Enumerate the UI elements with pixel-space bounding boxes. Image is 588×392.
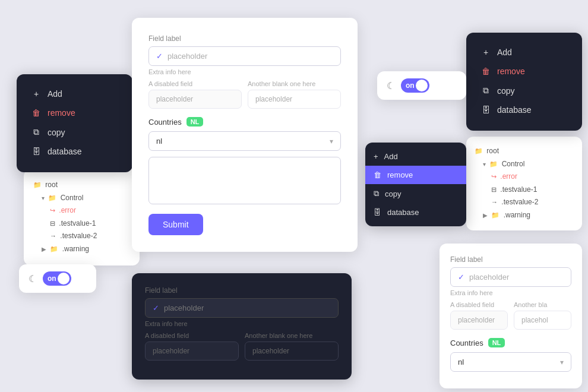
remove-menu-item[interactable]: 🗑 remove [26, 104, 123, 122]
bottom-right-text-input[interactable]: ✓ placeholder [450, 267, 571, 287]
blank-input[interactable]: placeholder [248, 90, 341, 109]
main-two-col: A disabled field placeholder Another bla… [148, 80, 341, 109]
dropdown-add-label: Add [384, 152, 398, 161]
add-menu-item[interactable]: + Add [26, 85, 123, 103]
bottom-right-blank-input[interactable]: placehol [514, 311, 571, 330]
toggle-switch-left[interactable]: on [43, 271, 71, 286]
bottom-dark-form: Field label ✓ placeholder Extra info her… [132, 273, 352, 380]
bottom-right-disabled-input[interactable]: placeholder [450, 311, 508, 330]
root-label: root [45, 181, 58, 189]
copy-menu-item[interactable]: ⧉ copy [26, 123, 123, 141]
main-extra-info: Extra info here [148, 68, 341, 75]
testvalue1-label: .testvalue-1 [59, 219, 96, 227]
folder-icon: 📁 [475, 147, 483, 154]
warning-item[interactable]: ▶ 📁 .warning [33, 243, 130, 256]
error-label: .error [59, 206, 76, 214]
control-label-right: Control [502, 160, 525, 168]
bottom-dark-disabled-input[interactable]: placeholder [145, 342, 239, 361]
control-item[interactable]: ▾ 📁 Control [33, 192, 130, 205]
main-input-placeholder: placeholder [167, 52, 207, 61]
warning-label-right: .warning [504, 211, 530, 219]
testvalue1-item[interactable]: ⊟ .testvalue-1 [33, 217, 130, 230]
dropdown-copy-label: copy [385, 189, 401, 198]
bottom-right-countries-row: Countries NL [450, 338, 571, 347]
dark-menu-right: + Add 🗑 remove ⧉ copy 🗄 database [466, 33, 582, 131]
remove-label: remove [48, 108, 75, 118]
expand-icon: ▾ [483, 161, 486, 167]
disabled-input[interactable]: placeholder [148, 90, 242, 109]
bottom-right-select-field[interactable]: nl ▾ [450, 352, 571, 372]
add-label-right: Add [497, 48, 512, 57]
bottom-right-blank-col: Another bla placehol [514, 301, 571, 330]
bottom-dark-text-input[interactable]: ✓ placeholder [145, 298, 339, 318]
dropdown-menu-dark: + Add 🗑 remove ⧉ copy 🗄 database [365, 143, 466, 226]
folder-icon: 📁 [50, 245, 58, 252]
database-label-right: database [497, 105, 532, 115]
textarea-field[interactable] [148, 157, 341, 204]
error-item-right[interactable]: ↪ .error [475, 170, 574, 184]
bottom-right-input-placeholder: placeholder [469, 273, 509, 282]
bottom-right-disabled-col: A disabled field placeholder [450, 301, 508, 330]
bottom-right-blank-label: Another bla [514, 301, 571, 308]
check-icon: ✓ [156, 52, 163, 61]
moon-icon-right: ☾ [387, 80, 395, 91]
toggle-knob-right [416, 80, 428, 91]
bottom-dark-blank-col: Another blank one here placeholder [245, 332, 339, 361]
bottom-dark-input-placeholder: placeholder [164, 304, 204, 312]
countries-row: Countries NL [148, 117, 341, 127]
error-label-right: .error [500, 172, 517, 181]
database-menu-item-right[interactable]: 🗄 database [476, 101, 573, 119]
dropdown-remove-item[interactable]: 🗑 remove [365, 166, 466, 184]
testvalue1-label-right: .testvalue-1 [500, 185, 537, 194]
root-item: 📁 root [33, 179, 130, 192]
dropdown-database-item[interactable]: 🗄 database [365, 203, 466, 222]
tree-card-left: 📁 root ▾ 📁 Control ↪ .error ⊟ .testvalue… [24, 169, 140, 265]
testvalue2-item-right[interactable]: → .testvalue-2 [475, 196, 574, 209]
chevron-down-icon: ▾ [560, 358, 564, 366]
main-text-input[interactable]: ✓ placeholder [148, 46, 341, 66]
expand-icon: ▾ [42, 195, 45, 201]
copy-menu-item-right[interactable]: ⧉ copy [476, 81, 573, 100]
bottom-right-select-value: nl [458, 358, 464, 366]
disabled-col: A disabled field placeholder [148, 80, 242, 109]
slider-icon: ⊟ [491, 186, 497, 193]
select-field[interactable]: nl ▾ [148, 131, 341, 151]
expand-icon: ▶ [42, 246, 46, 252]
copy-icon: ⧉ [480, 86, 491, 96]
bottom-right-form: Field label ✓ placeholder Extra info her… [440, 244, 582, 388]
toggle-switch-right[interactable]: on [401, 78, 429, 93]
database-menu-item[interactable]: 🗄 database [26, 143, 123, 160]
tree-card-right: 📁 root ▾ 📁 Control ↪ .error ⊟ .testvalue… [466, 137, 582, 230]
testvalue2-item[interactable]: → .testvalue-2 [33, 230, 130, 243]
tree-root-right: 📁 root ▾ 📁 Control ↪ .error ⊟ .testvalue… [475, 145, 574, 222]
bottom-dark-extra-info: Extra info here [145, 320, 339, 327]
bottom-right-field-label: Field label [450, 255, 571, 264]
copy-label-right: copy [497, 86, 515, 96]
countries-label: Countries [148, 118, 182, 127]
main-form-card: Field label ✓ placeholder Extra info her… [132, 18, 358, 252]
bottom-right-disabled-label: A disabled field [450, 301, 508, 308]
arrow-right-icon: → [50, 232, 56, 239]
testvalue1-item-right[interactable]: ⊟ .testvalue-1 [475, 184, 574, 197]
remove-label-right: remove [497, 67, 525, 76]
blank-field-label: Another blank one here [248, 80, 341, 87]
warning-item-right[interactable]: ▶ 📁 .warning [475, 209, 574, 222]
control-item-right[interactable]: ▾ 📁 Control [475, 158, 574, 171]
bottom-dark-disabled-col: A disabled field placeholder [145, 332, 239, 361]
error-item[interactable]: ↪ .error [33, 204, 130, 217]
bottom-dark-disabled-label: A disabled field [145, 332, 239, 339]
bottom-dark-blank-input[interactable]: placeholder [245, 342, 339, 361]
nl-badge: NL [186, 117, 204, 127]
expand-icon: ▶ [483, 212, 488, 219]
dropdown-add-item[interactable]: + Add [365, 147, 466, 166]
dropdown-copy-item[interactable]: ⧉ copy [365, 184, 466, 203]
bottom-dark-field-label: Field label [145, 286, 339, 295]
testvalue2-label: .testvalue-2 [60, 232, 97, 240]
arrow-right-icon: → [491, 198, 498, 206]
database-label: database [48, 147, 82, 156]
submit-button[interactable]: Submit [148, 214, 203, 235]
toggle-knob [58, 273, 69, 284]
add-menu-item-right[interactable]: + Add [476, 43, 573, 61]
check-icon: ✓ [458, 273, 464, 282]
remove-menu-item-right[interactable]: 🗑 remove [476, 62, 573, 80]
